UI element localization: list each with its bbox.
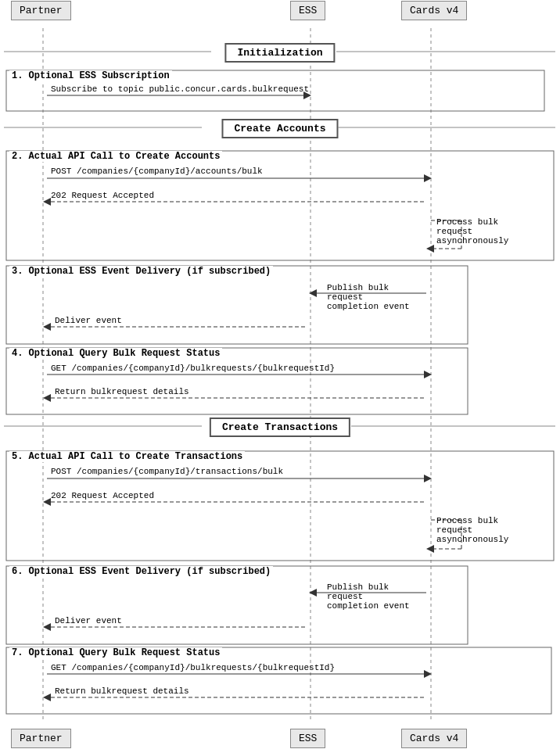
group4-label: 4. Optional Query Bulk Request Status (9, 348, 222, 359)
svg-marker-49 (43, 693, 51, 701)
msg9-label: POST /companies/{companyId}/transactions… (51, 467, 283, 476)
msg13-label: Deliver event (55, 616, 122, 625)
svg-marker-43 (309, 589, 317, 597)
svg-marker-37 (43, 498, 51, 506)
svg-marker-21 (43, 198, 51, 206)
svg-marker-27 (309, 289, 317, 297)
svg-marker-25 (426, 245, 434, 253)
svg-marker-45 (43, 623, 51, 631)
msg12-label: Publish bulk requestcompletion event (327, 582, 429, 611)
msg3-label: 202 Request Accepted (51, 191, 154, 200)
msg8-label: Return bulkrequest details (55, 387, 189, 396)
msg4-label: Process bulk requestasynchronously (436, 217, 530, 245)
section-initialization: Initialization (224, 43, 335, 63)
msg14-label: GET /companies/{companyId}/bulkrequests/… (51, 663, 335, 672)
actor-cards-bottom: Cards v4 (401, 729, 467, 748)
msg11-label: Process bulk requestasynchronously (436, 516, 530, 544)
actor-cards-top: Cards v4 (401, 1, 467, 20)
svg-marker-33 (43, 394, 51, 402)
svg-marker-47 (424, 670, 432, 678)
group3-label: 3. Optional ESS Event Delivery (if subsc… (9, 266, 273, 277)
actor-partner-top: Partner (11, 1, 71, 20)
group1-label: 1. Optional ESS Subscription (9, 70, 172, 81)
actor-partner-bottom: Partner (11, 729, 71, 748)
msg15-label: Return bulkrequest details (55, 686, 189, 696)
msg6-label: Deliver event (55, 316, 122, 325)
diagram-container: Partner ESS Cards v4 Initialization 1. O… (0, 0, 560, 749)
msg7-label: GET /companies/{companyId}/bulkrequests/… (51, 364, 335, 373)
svg-marker-31 (424, 371, 432, 378)
section-create-accounts: Create Accounts (221, 119, 338, 138)
msg10-label: 202 Request Accepted (51, 491, 154, 500)
msg2-label: POST /companies/{companyId}/accounts/bul… (51, 167, 263, 176)
msg5-label: Publish bulk requestcompletion event (327, 283, 429, 311)
actor-ess-top: ESS (290, 1, 325, 20)
svg-marker-35 (424, 475, 432, 482)
svg-marker-19 (424, 174, 432, 182)
group7-label: 7. Optional Query Bulk Request Status (9, 647, 222, 658)
group6-label: 6. Optional ESS Event Delivery (if subsc… (9, 566, 273, 577)
group2-label: 2. Actual API Call to Create Accounts (9, 151, 222, 162)
section-create-transactions: Create Transactions (210, 418, 350, 437)
group5-label: 5. Actual API Call to Create Transaction… (9, 451, 245, 462)
svg-marker-41 (426, 545, 434, 553)
msg1-label: Subscribe to topic public.concur.cards.b… (51, 84, 309, 94)
svg-marker-29 (43, 323, 51, 331)
actor-ess-bottom: ESS (290, 729, 325, 748)
